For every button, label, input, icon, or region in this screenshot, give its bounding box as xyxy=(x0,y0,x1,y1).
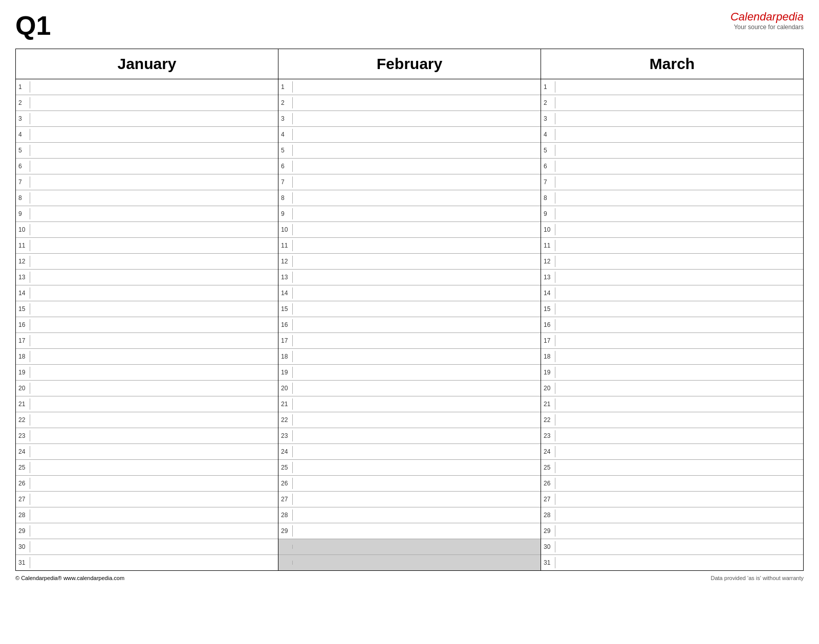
day-number: 3 xyxy=(16,113,30,124)
day-row: 26 xyxy=(16,476,278,492)
day-row: 7 xyxy=(541,174,803,190)
day-row: 5 xyxy=(278,143,541,159)
day-row: 18 xyxy=(278,349,541,365)
page-header: Q1 Calendarpedia Your source for calenda… xyxy=(15,10,804,41)
day-number: 17 xyxy=(541,335,555,346)
day-number: 4 xyxy=(278,129,293,140)
day-number: 18 xyxy=(278,351,293,362)
day-row: 10 xyxy=(278,222,541,238)
day-number: 2 xyxy=(278,97,293,108)
day-row: 11 xyxy=(541,238,803,254)
day-row: 14 xyxy=(16,285,278,301)
day-number: 20 xyxy=(16,383,30,394)
day-number: 24 xyxy=(16,446,30,457)
day-row: 26 xyxy=(278,476,541,492)
day-number: 29 xyxy=(278,525,293,537)
day-number: 6 xyxy=(16,161,30,172)
day-row: 3 xyxy=(541,111,803,127)
day-row: 14 xyxy=(278,285,541,301)
day-row: 7 xyxy=(278,174,541,190)
day-row: 8 xyxy=(278,190,541,206)
day-row: 16 xyxy=(16,317,278,333)
day-row: 10 xyxy=(16,222,278,238)
day-number: 12 xyxy=(541,256,555,267)
day-number: 31 xyxy=(541,557,555,568)
day-row: 2 xyxy=(16,95,278,111)
day-number: 19 xyxy=(541,367,555,378)
day-number: 16 xyxy=(278,319,293,330)
day-row: 6 xyxy=(16,159,278,174)
day-number: 21 xyxy=(16,398,30,410)
day-row: 28 xyxy=(541,507,803,523)
day-number: 10 xyxy=(541,224,555,235)
day-row: 25 xyxy=(541,460,803,476)
day-number: 12 xyxy=(16,256,30,267)
day-row: 30 xyxy=(16,539,278,555)
day-row: 12 xyxy=(278,254,541,270)
day-row: 20 xyxy=(16,381,278,396)
day-number: 24 xyxy=(278,446,293,457)
day-row: 21 xyxy=(278,396,541,412)
day-number: 25 xyxy=(541,462,555,473)
day-number: 6 xyxy=(278,161,293,172)
day-number: 7 xyxy=(541,176,555,188)
day-number: 14 xyxy=(278,287,293,299)
day-number: 14 xyxy=(16,287,30,299)
day-row: 4 xyxy=(16,127,278,143)
day-number: 29 xyxy=(16,525,30,537)
day-number: 13 xyxy=(541,272,555,283)
day-row: 4 xyxy=(278,127,541,143)
day-row: 19 xyxy=(541,365,803,381)
day-number: 27 xyxy=(16,494,30,505)
day-row: 9 xyxy=(541,206,803,222)
day-number: 19 xyxy=(16,367,30,378)
day-number: 26 xyxy=(541,478,555,489)
day-number: 10 xyxy=(16,224,30,235)
day-row: 13 xyxy=(16,270,278,285)
day-row: 3 xyxy=(278,111,541,127)
day-row: 13 xyxy=(541,270,803,285)
day-number: 3 xyxy=(541,113,555,124)
day-row: 31 xyxy=(16,555,278,570)
day-row: 29 xyxy=(541,523,803,539)
january-header: January xyxy=(16,49,278,79)
day-row: 3 xyxy=(16,111,278,127)
brand-name: Calendarpedia xyxy=(730,10,804,24)
day-number: 2 xyxy=(16,97,30,108)
brand-tagline: Your source for calendars xyxy=(730,24,804,31)
day-number: 21 xyxy=(541,398,555,410)
day-row: 15 xyxy=(278,301,541,317)
day-row: 1 xyxy=(16,79,278,95)
february-header: February xyxy=(278,49,541,79)
page-footer: © Calendarpedia® www.calendarpedia.com D… xyxy=(15,575,804,581)
day-row: 9 xyxy=(16,206,278,222)
day-row: 14 xyxy=(541,285,803,301)
day-row: 18 xyxy=(541,349,803,365)
day-row: 19 xyxy=(16,365,278,381)
day-row: 2 xyxy=(278,95,541,111)
day-row: 4 xyxy=(541,127,803,143)
brand-area: Calendarpedia Your source for calendars xyxy=(730,10,804,31)
day-row: 5 xyxy=(541,143,803,159)
day-number: 29 xyxy=(541,525,555,537)
day-number: 28 xyxy=(16,509,30,521)
day-number: 24 xyxy=(541,446,555,457)
march-header: March xyxy=(541,49,803,79)
day-number: 1 xyxy=(541,81,555,93)
day-number: 16 xyxy=(541,319,555,330)
day-row: 8 xyxy=(16,190,278,206)
day-row: 6 xyxy=(541,159,803,174)
day-row: 23 xyxy=(16,428,278,444)
day-number: 5 xyxy=(541,145,555,156)
day-row: 22 xyxy=(16,412,278,428)
day-number: 28 xyxy=(541,509,555,521)
empty-row xyxy=(278,555,541,570)
day-number: 15 xyxy=(16,303,30,315)
day-row: 6 xyxy=(278,159,541,174)
day-number: 9 xyxy=(16,208,30,219)
day-row: 30 xyxy=(541,539,803,555)
day-number: 31 xyxy=(16,557,30,568)
day-row: 11 xyxy=(16,238,278,254)
day-row: 12 xyxy=(16,254,278,270)
day-number: 23 xyxy=(16,430,30,441)
